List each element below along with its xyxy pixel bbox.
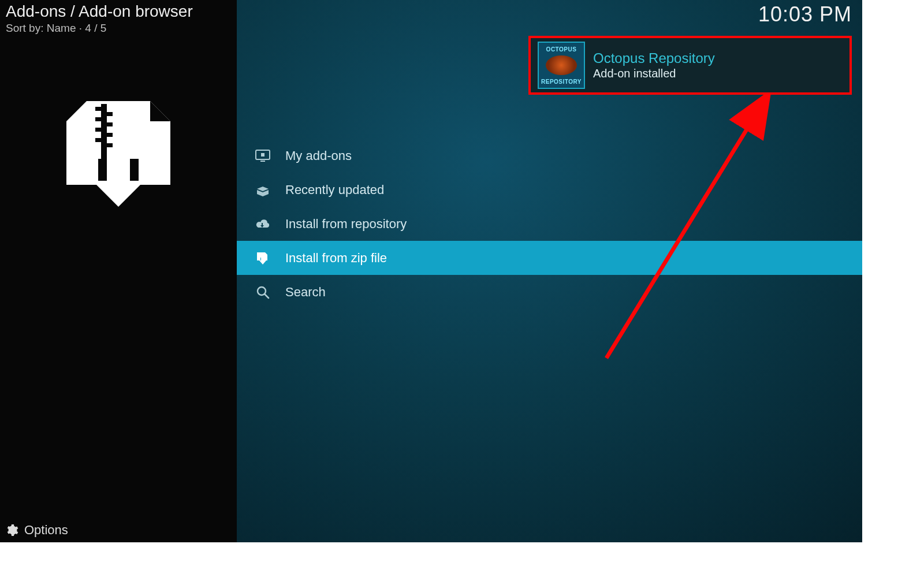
octopus-icon — [546, 55, 577, 75]
main-panel: 10:03 PM OCTOPUS REPOSITORY Octopus Repo… — [237, 0, 862, 542]
svg-rect-4 — [107, 122, 113, 126]
search-icon — [254, 284, 271, 301]
menu-item-recently-updated[interactable]: Recently updated — [237, 173, 862, 207]
svg-rect-2 — [107, 112, 113, 116]
notification-title: Octopus Repository — [593, 50, 715, 66]
svg-rect-10 — [260, 161, 265, 162]
svg-line-12 — [264, 294, 269, 298]
zip-file-icon — [254, 249, 271, 267]
gear-icon — [5, 523, 18, 537]
svg-rect-6 — [107, 133, 113, 137]
menu-label: Install from zip file — [285, 251, 387, 266]
thumb-top-text: OCTOPUS — [539, 44, 584, 54]
cloud-down-icon — [254, 215, 271, 233]
options-button[interactable]: Options — [5, 523, 68, 538]
sort-label: Sort by: — [6, 22, 43, 34]
box-open-icon — [254, 181, 271, 199]
options-label: Options — [24, 523, 68, 538]
menu-label: Install from repository — [285, 217, 407, 232]
addon-menu: My add-ons Recently updated Install from… — [237, 139, 862, 309]
addons-icon — [254, 147, 271, 165]
menu-item-search[interactable]: Search — [237, 275, 862, 309]
menu-label: My add-ons — [285, 148, 352, 163]
notification-subtitle: Add-on installed — [593, 67, 715, 80]
thumb-bottom-text: REPOSITORY — [539, 76, 584, 87]
zip-download-icon — [61, 98, 176, 208]
app-window: Add-ons / Add-on browser Sort by: Name ·… — [0, 0, 862, 542]
svg-rect-0 — [101, 104, 107, 159]
svg-rect-7 — [95, 138, 101, 142]
svg-rect-5 — [95, 128, 101, 132]
menu-item-install-from-repository[interactable]: Install from repository — [237, 207, 862, 241]
svg-rect-8 — [107, 143, 113, 147]
sort-value: Name — [47, 22, 76, 34]
category-icon-wrap — [0, 98, 237, 208]
menu-item-my-addons[interactable]: My add-ons — [237, 139, 862, 173]
sort-sep: · — [79, 22, 85, 34]
notification-thumbnail: OCTOPUS REPOSITORY — [538, 42, 585, 89]
menu-label: Search — [285, 285, 326, 300]
clock: 10:03 PM — [758, 2, 852, 27]
sidebar: Add-ons / Add-on browser Sort by: Name ·… — [0, 0, 237, 542]
svg-rect-3 — [95, 117, 101, 121]
list-position: 4 / 5 — [85, 22, 106, 34]
menu-item-install-from-zip[interactable]: Install from zip file — [237, 241, 862, 275]
notification-toast[interactable]: OCTOPUS REPOSITORY Octopus Repository Ad… — [528, 36, 852, 95]
svg-rect-1 — [95, 107, 101, 111]
menu-label: Recently updated — [285, 183, 384, 198]
notification-text: Octopus Repository Add-on installed — [593, 50, 715, 81]
sort-line: Sort by: Name · 4 / 5 — [0, 21, 237, 35]
breadcrumb: Add-ons / Add-on browser — [0, 0, 237, 21]
